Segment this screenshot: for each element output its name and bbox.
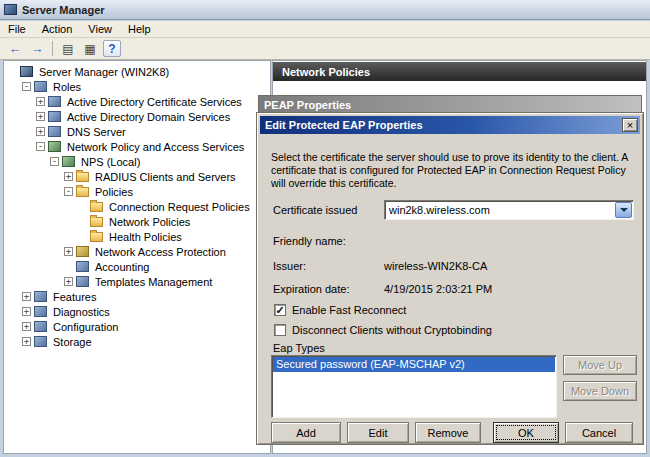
tree-item-icon xyxy=(34,306,47,317)
tree-item-icon xyxy=(76,261,89,272)
ok-button[interactable]: OK xyxy=(493,422,559,443)
folder-icon xyxy=(90,217,103,227)
list-item-eap-mschap[interactable]: Secured password (EAP-MSCHAP v2) xyxy=(273,357,555,372)
toolbar: ← → ▤ ▦ ? xyxy=(0,38,650,60)
folder-icon xyxy=(90,232,103,242)
tree-item-diagnostics[interactable]: + Diagnostics xyxy=(4,304,270,319)
tree-item-connection-request-policies[interactable]: Connection Request Policies xyxy=(4,199,270,214)
move-up-button[interactable]: Move Up xyxy=(563,355,637,375)
tree-item-radius-clients[interactable]: + RADIUS Clients and Servers xyxy=(4,169,270,184)
tree-item-label: Connection Request Policies xyxy=(107,201,252,213)
tree-expander[interactable]: + xyxy=(22,307,31,316)
issuer-value: wireless-WIN2K8-CA xyxy=(384,260,487,272)
tree-item-label: Storage xyxy=(51,336,94,348)
server-manager-window-icon xyxy=(4,4,17,15)
menu-file[interactable]: File xyxy=(0,22,34,36)
tree-expander[interactable]: + xyxy=(36,127,45,136)
tree-item-label: Templates Management xyxy=(93,276,214,288)
tree-expander[interactable]: + xyxy=(36,112,45,121)
menu-view[interactable]: View xyxy=(80,22,120,36)
tree-item-ad-domain-services[interactable]: + Active Directory Domain Services xyxy=(4,109,270,124)
tree-item-icon xyxy=(20,66,33,77)
forward-icon[interactable]: → xyxy=(28,40,46,57)
tree-item-health-policies[interactable]: Health Policies xyxy=(4,229,270,244)
tree-expander[interactable]: + xyxy=(36,97,45,106)
tree-item-configuration[interactable]: + Configuration xyxy=(4,319,270,334)
tree-item-icon xyxy=(76,276,89,287)
enable-fast-reconnect-checkbox[interactable]: ✓ Enable Fast Reconnect xyxy=(274,304,406,316)
tree-expander[interactable]: + xyxy=(22,292,31,301)
friendly-name-label: Friendly name: xyxy=(273,235,346,247)
window-titlebar: Server Manager xyxy=(0,0,650,20)
menu-action[interactable]: Action xyxy=(34,22,81,36)
tree-item-dns-server[interactable]: + DNS Server xyxy=(4,124,270,139)
tree-item-storage[interactable]: + Storage xyxy=(4,334,270,349)
add-button[interactable]: Add xyxy=(271,422,341,443)
tree-item-label: Network Access Protection xyxy=(93,246,228,258)
disconnect-without-cryptobinding-checkbox[interactable]: Disconnect Clients without Cryptobinding xyxy=(274,324,492,336)
tree-item-features[interactable]: + Features xyxy=(4,289,270,304)
tree-item-icon xyxy=(34,81,47,92)
tree-item-label: RADIUS Clients and Servers xyxy=(93,171,238,183)
certificate-issued-select[interactable]: win2k8.wireless.com xyxy=(384,200,634,220)
tree-item-icon xyxy=(76,246,89,257)
tree-item-label: Health Policies xyxy=(107,231,184,243)
move-down-button[interactable]: Move Down xyxy=(563,381,637,401)
tree-item-ad-certificate-services[interactable]: + Active Directory Certificate Services xyxy=(4,94,270,109)
tree-item-label: Active Directory Certificate Services xyxy=(65,96,244,108)
cancel-button[interactable]: Cancel xyxy=(565,422,633,443)
menu-help[interactable]: Help xyxy=(120,22,159,36)
tree-item-templates-management[interactable]: + Templates Management xyxy=(4,274,270,289)
expiration-date-value: 4/19/2015 2:03:21 PM xyxy=(384,283,492,295)
tree-expander[interactable]: + xyxy=(22,322,31,331)
help-icon[interactable]: ? xyxy=(103,40,121,57)
checkbox-label: Enable Fast Reconnect xyxy=(292,304,406,316)
tree-expander[interactable]: - xyxy=(22,82,31,91)
close-icon[interactable]: × xyxy=(622,118,638,132)
edit-button[interactable]: Edit xyxy=(347,422,409,443)
peap-properties-titlebar[interactable]: PEAP Properties xyxy=(259,96,641,113)
tree-item-icon xyxy=(48,111,61,122)
tree-item-label: Accounting xyxy=(93,261,151,273)
eap-types-label: Eap Types xyxy=(273,342,325,354)
results-header: Network Policies xyxy=(273,62,646,81)
tree-item-label: DNS Server xyxy=(65,126,128,138)
tree-item-nps-local[interactable]: - NPS (Local) xyxy=(4,154,270,169)
tree-item-network-policy-access[interactable]: - Network Policy and Access Services xyxy=(4,139,270,154)
tree-item-accounting[interactable]: Accounting xyxy=(4,259,270,274)
tree-item-server-manager[interactable]: Server Manager (WIN2K8) xyxy=(4,64,270,79)
folder-icon xyxy=(76,172,89,182)
checkbox-label: Disconnect Clients without Cryptobinding xyxy=(292,324,492,336)
eap-types-list[interactable]: Secured password (EAP-MSCHAP v2) xyxy=(271,355,557,418)
console-tree-pane: Server Manager (WIN2K8) - Roles + Active… xyxy=(3,60,271,454)
tree-item-roles[interactable]: - Roles xyxy=(4,79,270,94)
tree-item-network-policies[interactable]: Network Policies xyxy=(4,214,270,229)
tree-item-network-access-protection[interactable]: + Network Access Protection xyxy=(4,244,270,259)
tree-item-label: Network Policy and Access Services xyxy=(65,141,246,153)
tree-expander[interactable]: - xyxy=(64,187,73,196)
dialog-titlebar[interactable]: Edit Protected EAP Properties xyxy=(260,116,640,134)
checkbox-checkmark-icon[interactable]: ✓ xyxy=(274,304,286,316)
folder-icon xyxy=(90,202,103,212)
chevron-down-icon[interactable] xyxy=(615,202,632,218)
tree-item-policies[interactable]: - Policies xyxy=(4,184,270,199)
expiration-date-label: Expiration date: xyxy=(273,283,349,295)
tree-item-icon xyxy=(34,336,47,347)
menu-bar: File Action View Help xyxy=(0,21,650,38)
tree-expander[interactable]: - xyxy=(50,157,59,166)
tree-expander[interactable]: + xyxy=(64,172,73,181)
tree-expander[interactable]: + xyxy=(22,337,31,346)
tree-item-icon xyxy=(48,96,61,107)
window-title: Server Manager xyxy=(22,4,105,16)
tree-expander[interactable]: - xyxy=(36,142,45,151)
remove-button[interactable]: Remove xyxy=(415,422,481,443)
checkbox-checkmark-icon[interactable] xyxy=(274,324,286,336)
tree-item-icon xyxy=(48,141,61,152)
show-console-tree-icon[interactable]: ▤ xyxy=(59,40,77,57)
back-icon[interactable]: ← xyxy=(6,40,24,57)
tree-expander[interactable]: + xyxy=(64,247,73,256)
tree-expander[interactable]: + xyxy=(64,277,73,286)
tree-item-label: Roles xyxy=(51,81,83,93)
tree-item-icon xyxy=(34,321,47,332)
export-list-icon[interactable]: ▦ xyxy=(81,40,99,57)
